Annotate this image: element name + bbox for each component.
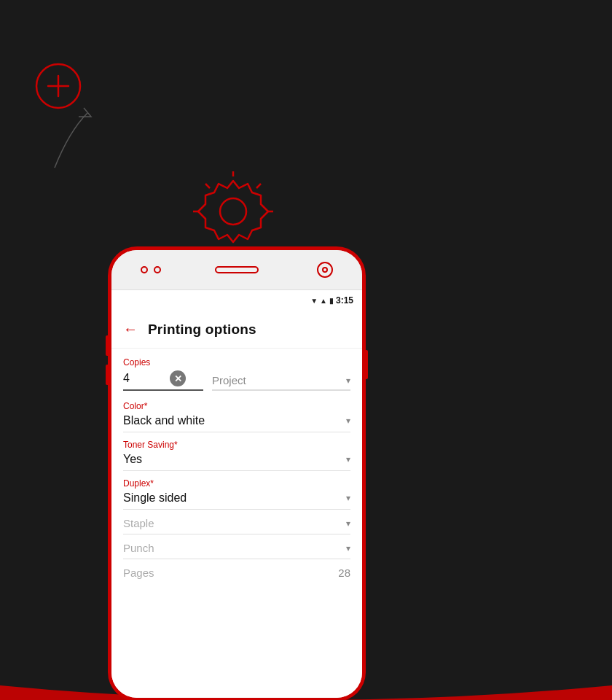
punch-dropdown-arrow: ▾ [346, 543, 350, 553]
speaker-pill [215, 266, 259, 273]
toner-saving-dropdown-arrow: ▾ [346, 454, 350, 464]
phone-body: ▼ ▲ ▮ 3:15 ← Printing options Copies [109, 248, 364, 700]
pages-label: Pages [123, 567, 154, 579]
toner-saving-label: Toner Saving* [123, 440, 350, 450]
duplex-value-row: Single sided ▾ [123, 491, 350, 505]
phone-top-bar [111, 250, 362, 290]
duplex-value: Single sided [123, 491, 187, 505]
page-title: Printing options [148, 322, 256, 338]
staple-value-row: Staple ▾ [123, 517, 350, 529]
copies-label: Copies [123, 357, 203, 368]
copies-input[interactable] [123, 372, 167, 385]
color-value: Black and white [123, 414, 205, 427]
clear-icon: ✕ [174, 374, 182, 384]
color-dropdown-arrow: ▾ [346, 416, 350, 426]
copies-field: Copies ✕ [123, 357, 203, 391]
battery-icon: ▮ [329, 297, 334, 305]
phone-screen: ▼ ▲ ▮ 3:15 ← Printing options Copies [111, 290, 362, 698]
toner-saving-value-row: Yes ▾ [123, 453, 350, 466]
copies-clear-button[interactable]: ✕ [170, 370, 186, 386]
copies-input-row: ✕ [123, 370, 203, 391]
status-icons: ▼ ▲ ▮ 3:15 [310, 295, 353, 306]
back-button[interactable]: ← [123, 321, 138, 338]
project-dropdown-arrow: ▾ [346, 376, 350, 386]
project-placeholder: Project [212, 374, 246, 386]
app-header: ← Printing options [111, 311, 362, 349]
punch-label: Punch [123, 542, 154, 554]
staple-row[interactable]: Staple ▾ [123, 510, 350, 534]
color-label: Color* [123, 401, 350, 411]
time-display: 3:15 [336, 295, 353, 306]
duplex-row[interactable]: Duplex* Single sided ▾ [123, 471, 350, 510]
svg-line-8 [205, 184, 210, 188]
staple-label: Staple [123, 517, 154, 529]
wifi-icon: ▼ [310, 297, 318, 305]
svg-point-3 [220, 198, 246, 225]
duplex-dropdown-arrow: ▾ [346, 493, 350, 503]
punch-value-row: Punch ▾ [123, 542, 350, 554]
dot-1 [141, 266, 148, 273]
toner-saving-row[interactable]: Toner Saving* Yes ▾ [123, 432, 350, 471]
status-bar: ▼ ▲ ▮ 3:15 [111, 290, 362, 311]
camera-lens [322, 267, 328, 273]
project-dropdown[interactable]: Project ▾ [212, 374, 350, 391]
color-row[interactable]: Color* Black and white ▾ [123, 394, 350, 432]
copies-project-row: Copies ✕ Project ▾ [123, 357, 350, 391]
front-camera [317, 262, 333, 278]
phone-mockup: ▼ ▲ ▮ 3:15 ← Printing options Copies [109, 248, 364, 700]
svg-line-5 [256, 184, 261, 188]
dot-2 [154, 266, 161, 273]
svg-point-0 [36, 64, 80, 108]
printing-form: Copies ✕ Project ▾ [111, 349, 362, 583]
power-button[interactable] [364, 350, 368, 379]
signal-icon: ▲ [320, 297, 327, 305]
pages-row: Pages 28 [123, 559, 350, 583]
staple-dropdown-arrow: ▾ [346, 518, 350, 529]
duplex-label: Duplex* [123, 478, 350, 489]
phone-dots [141, 266, 161, 273]
color-value-row: Black and white ▾ [123, 414, 350, 427]
toner-saving-value: Yes [123, 453, 142, 466]
punch-row[interactable]: Punch ▾ [123, 534, 350, 559]
pages-value: 28 [338, 567, 350, 579]
